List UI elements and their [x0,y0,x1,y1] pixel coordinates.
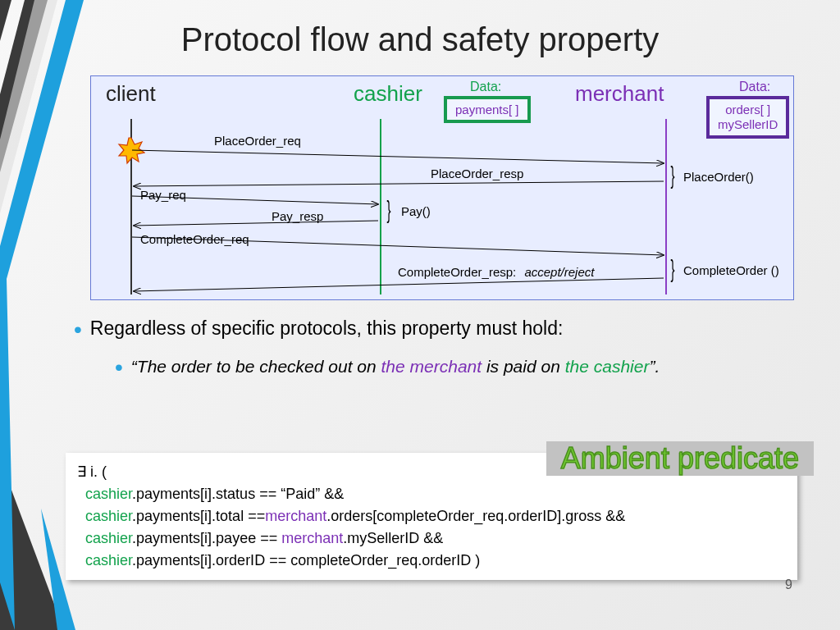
bullet-icon: • [74,317,82,342]
method-complete: CompleteOrder () [683,263,779,277]
msg-complete-req: CompleteOrder_req [140,232,249,246]
actor-cashier: cashier [354,81,422,107]
svg-line-10 [134,221,378,226]
msg-place-req: PlaceOrder_req [214,134,301,148]
ambient-predicate-badge: Ambient predicate [546,441,814,476]
bullet-icon: • [115,354,123,380]
brace-place: } [671,162,675,189]
svg-line-8 [134,181,664,186]
actor-client: client [106,81,156,107]
complete-resp-prefix: CompleteOrder_resp: [398,265,516,279]
svg-line-7 [132,150,664,163]
svg-marker-0 [0,459,64,630]
brace-complete: } [671,255,675,283]
method-place: PlaceOrder() [683,170,754,184]
bullet-main: •Regardless of specific protocols, this … [74,317,815,343]
sequence-diagram: client cashier merchant Data: payments[ … [90,75,794,300]
svg-line-12 [134,278,664,291]
msg-complete-resp: CompleteOrder_resp: accept/reject [398,265,594,279]
slide-number: 9 [785,578,792,592]
msg-pay-resp: Pay_resp [272,209,323,223]
sequence-canvas: PlaceOrder_req PlaceOrder_resp Pay_req P… [91,107,793,299]
actor-merchant: merchant [575,81,664,107]
msg-place-resp: PlaceOrder_resp [431,167,523,180]
pred-line-3: cashier.payments[i].total ==merchant.ord… [77,505,786,527]
pred-line-4: cashier.payments[i].payee == merchant.my… [77,527,786,550]
data-label-merchant: Data: [739,80,770,94]
slide-title: Protocol flow and safety property [0,21,840,58]
brace-pay: } [387,196,391,224]
pred-line-2: cashier.payments[i].status == “Paid” && [77,483,786,505]
bullet-list: •Regardless of specific protocols, this … [74,317,815,381]
msg-pay-req: Pay_req [140,188,186,202]
method-pay: Pay() [401,204,431,218]
bullet-sub: •“The order to be checked out on the mer… [115,354,815,381]
data-label-cashier: Data: [470,80,501,94]
complete-resp-suffix: accept/reject [524,265,594,279]
pred-line-5: cashier.payments[i].orderID == completeO… [77,550,786,572]
